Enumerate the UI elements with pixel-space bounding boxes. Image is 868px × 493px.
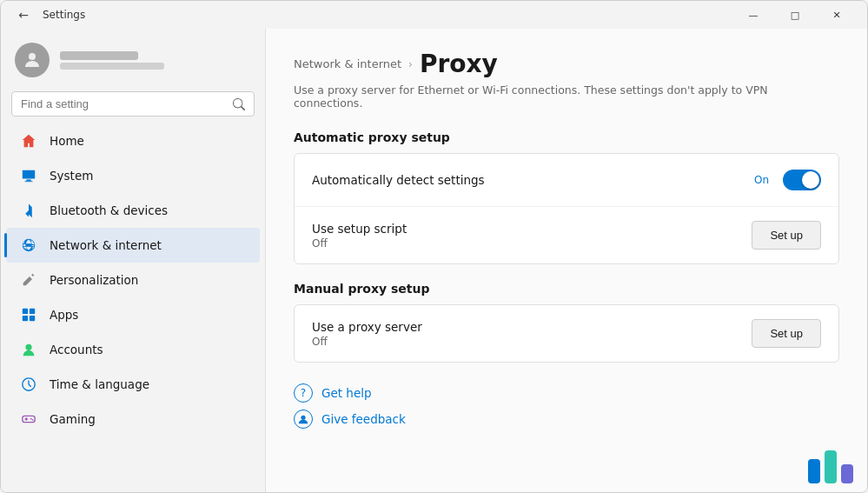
proxy-server-info: Use a proxy server Off (312, 320, 752, 348)
svg-rect-1 (23, 170, 35, 179)
sidebar-item-home[interactable]: Home (6, 123, 260, 158)
setup-script-name: Use setup script (312, 222, 752, 236)
get-help-icon: ? (294, 383, 313, 403)
breadcrumb-current: Proxy (420, 50, 498, 78)
svg-rect-7 (30, 316, 35, 321)
content-area: Home System Bluetooth (1, 29, 867, 492)
svg-point-8 (25, 344, 31, 350)
search-input[interactable] (21, 97, 226, 110)
svg-point-15 (301, 416, 305, 420)
brand-logo (808, 450, 853, 483)
sidebar: Home System Bluetooth (1, 29, 266, 492)
get-help-link[interactable]: ? Get help (294, 383, 839, 403)
auto-detect-info: Automatically detect settings (312, 173, 754, 187)
system-icon (20, 167, 37, 184)
svg-point-0 (29, 53, 36, 60)
titlebar: ← Settings — □ ✕ (1, 1, 867, 29)
network-icon (20, 237, 37, 254)
svg-rect-2 (26, 180, 30, 182)
manual-section-title: Manual proxy setup (294, 282, 839, 296)
breadcrumb-separator: › (408, 58, 413, 70)
get-help-label: Get help (321, 386, 372, 400)
give-feedback-label: Give feedback (321, 412, 406, 426)
auto-detect-toggle[interactable] (783, 170, 821, 190)
maximize-button[interactable]: □ (775, 1, 815, 29)
toggle-thumb (802, 171, 819, 189)
sidebar-item-bluetooth-label: Bluetooth & devices (50, 203, 168, 217)
close-button[interactable]: ✕ (817, 1, 857, 29)
sidebar-item-gaming-label: Gaming (50, 412, 96, 426)
automatic-section-title: Automatic proxy setup (294, 130, 839, 144)
profile-section[interactable] (1, 36, 265, 91)
sidebar-item-accounts[interactable]: Accounts (6, 332, 260, 367)
help-links: ? Get help Give feedback (294, 383, 839, 429)
svg-rect-3 (25, 181, 33, 182)
back-button[interactable]: ← (11, 3, 36, 27)
titlebar-title: Settings (43, 9, 85, 21)
auto-detect-row: Automatically detect settings On (295, 154, 838, 206)
breadcrumb: Network & internet › Proxy (294, 50, 839, 78)
search-icon (233, 98, 245, 110)
proxy-server-status: Off (312, 336, 752, 348)
home-icon (20, 132, 37, 150)
proxy-server-row: Use a proxy server Off Set up (295, 305, 838, 362)
minimize-button[interactable]: — (733, 1, 773, 29)
search-box[interactable] (11, 91, 255, 117)
profile-email (60, 63, 164, 70)
auto-detect-name: Automatically detect settings (312, 173, 754, 187)
manual-proxy-card: Use a proxy server Off Set up (294, 304, 839, 363)
personalization-icon (20, 271, 37, 289)
setup-script-button[interactable]: Set up (752, 221, 821, 250)
profile-name (60, 51, 138, 60)
setup-script-info: Use setup script Off (312, 222, 752, 250)
sidebar-item-network-label: Network & internet (50, 238, 162, 252)
sidebar-item-gaming[interactable]: Gaming (6, 402, 260, 436)
sidebar-item-network[interactable]: Network & internet (6, 228, 260, 263)
avatar (15, 43, 50, 77)
gaming-icon (20, 410, 37, 428)
svg-rect-6 (23, 316, 28, 321)
profile-info (60, 51, 164, 70)
setup-script-status: Off (312, 237, 752, 250)
sidebar-item-home-label: Home (50, 134, 84, 148)
accounts-icon (20, 341, 37, 358)
toggle-on-label: On (754, 174, 769, 186)
breadcrumb-parent[interactable]: Network & internet (294, 57, 401, 70)
svg-rect-10 (23, 416, 35, 422)
sidebar-item-apps[interactable]: Apps (6, 297, 260, 332)
window-controls: — □ ✕ (733, 1, 857, 29)
sidebar-item-system-label: System (50, 169, 93, 183)
sidebar-item-system[interactable]: System (6, 158, 260, 193)
logo-bar-1 (808, 459, 820, 483)
setup-script-row: Use setup script Off Set up (295, 206, 838, 263)
page-subtitle: Use a proxy server for Ethernet or Wi-Fi… (294, 83, 839, 110)
sidebar-item-time[interactable]: Time & language (6, 367, 260, 402)
settings-window: ← Settings — □ ✕ (0, 0, 868, 493)
apps-icon (20, 306, 37, 323)
proxy-server-name: Use a proxy server (312, 320, 752, 334)
time-icon (20, 376, 37, 393)
give-feedback-icon (294, 410, 313, 429)
svg-rect-4 (23, 309, 28, 314)
sidebar-item-personalization-label: Personalization (50, 273, 138, 287)
sidebar-item-personalization[interactable]: Personalization (6, 263, 260, 297)
auto-detect-toggle-container: On (754, 170, 821, 190)
sidebar-item-time-label: Time & language (50, 377, 149, 391)
svg-point-13 (30, 418, 32, 420)
svg-rect-5 (30, 309, 35, 314)
sidebar-item-bluetooth[interactable]: Bluetooth & devices (6, 193, 260, 228)
automatic-proxy-card: Automatically detect settings On Use set… (294, 153, 839, 264)
sidebar-item-apps-label: Apps (50, 308, 78, 322)
give-feedback-link[interactable]: Give feedback (294, 410, 839, 429)
proxy-server-button[interactable]: Set up (752, 319, 821, 348)
logo-bar-3 (841, 464, 853, 483)
sidebar-item-accounts-label: Accounts (50, 343, 103, 356)
svg-point-14 (32, 419, 34, 421)
logo-bar-2 (825, 450, 837, 483)
main-content: Network & internet › Proxy Use a proxy s… (266, 29, 867, 492)
bluetooth-icon (20, 202, 37, 219)
